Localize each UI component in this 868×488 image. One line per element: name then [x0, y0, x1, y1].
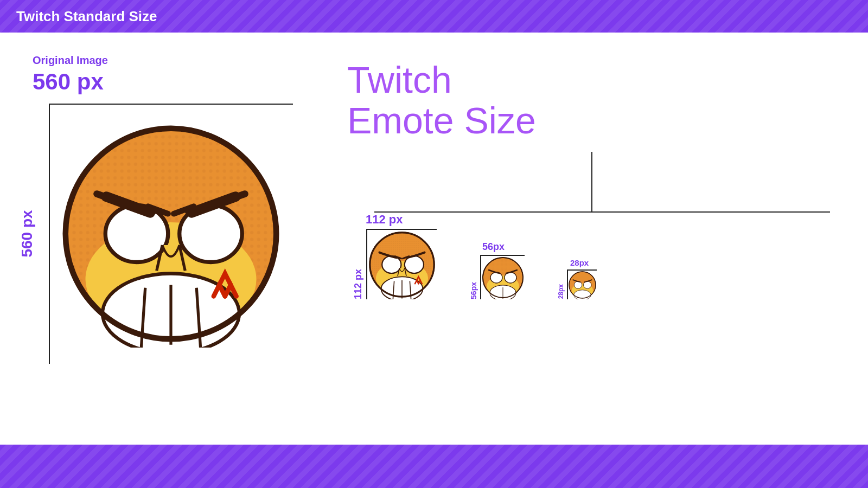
size-box-inner-28: 28px [557, 269, 597, 299]
size-box-28: 28px 28px [557, 258, 597, 299]
size-label-56-top: 56px [482, 241, 505, 253]
size-box-56: 56px 56px [469, 241, 525, 299]
emote-canvas-large [50, 105, 292, 363]
sizes-row: 112 px 112 px [353, 213, 830, 299]
emote-56 [481, 256, 525, 299]
header-stripe: Twitch Standard Size [0, 0, 868, 33]
size-label-112-top: 112 px [366, 213, 403, 227]
right-section: Twitch Emote Size 112 px 112 px [347, 54, 835, 423]
size-box-112: 112 px 112 px [353, 213, 437, 299]
size-label-28-top: 28px [570, 258, 589, 267]
image-with-rulers: 560 px [33, 104, 293, 364]
original-image-label: Original Image [33, 54, 315, 67]
page-wrapper: Twitch Standard Size Original Image 560 … [0, 0, 868, 488]
original-size-value: 560 px [33, 69, 315, 95]
vertical-size-label: 560 px [18, 210, 36, 257]
header-title: Twitch Standard Size [16, 8, 157, 25]
size-frame-56 [480, 255, 525, 299]
title-line1: Twitch [347, 59, 452, 100]
svg-point-38 [490, 272, 502, 283]
size-frame-112 [366, 229, 437, 299]
left-section: Original Image 560 px 560 px [33, 54, 315, 423]
main-content: Original Image 560 px 560 px [0, 33, 868, 445]
svg-point-46 [574, 281, 582, 288]
svg-point-25 [382, 256, 401, 273]
tree-line-vertical [591, 152, 592, 211]
title-line2: Emote Size [347, 100, 536, 141]
svg-point-8 [105, 206, 168, 262]
size-frame-28 [567, 269, 597, 299]
footer-stripe [0, 445, 868, 488]
tree-diagram: 112 px 112 px [347, 152, 835, 423]
emote-28 [568, 271, 597, 299]
twitch-emote-title: Twitch Emote Size [347, 60, 835, 141]
size-label-56-side: 56px [469, 282, 478, 299]
size-box-inner-112: 112 px [353, 229, 437, 299]
large-emote-svg [57, 120, 285, 348]
size-box-inner-56: 56px [469, 255, 525, 299]
size-label-112-side: 112 px [353, 269, 364, 299]
size-label-28-side: 28px [557, 284, 565, 299]
emote-112 [367, 230, 437, 299]
